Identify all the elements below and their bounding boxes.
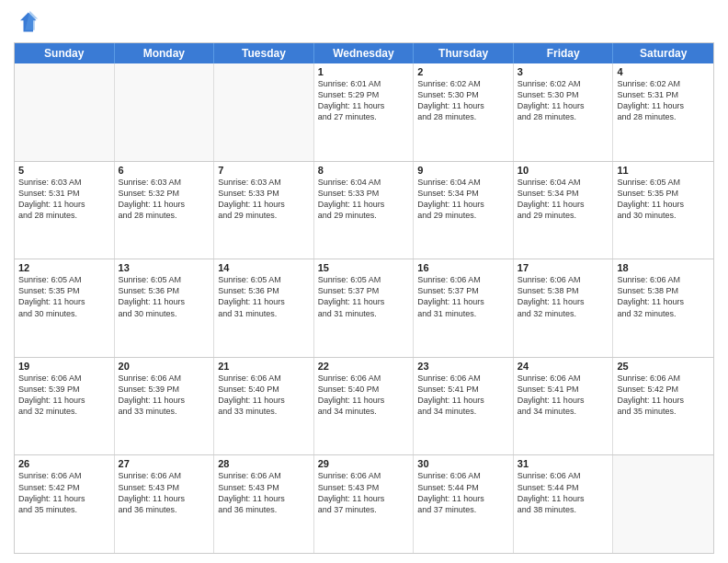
day-info: Sunrise: 6:04 AM Sunset: 5:34 PM Dayligh… [417, 177, 509, 222]
day-cell-9: 9Sunrise: 6:04 AM Sunset: 5:34 PM Daylig… [414, 162, 514, 259]
day-number: 27 [119, 458, 210, 469]
day-cell-5: 5Sunrise: 6:03 AM Sunset: 5:31 PM Daylig… [15, 162, 115, 259]
day-cell-22: 22Sunrise: 6:06 AM Sunset: 5:40 PM Dayli… [314, 358, 415, 455]
day-info: Sunrise: 6:05 AM Sunset: 5:36 PM Dayligh… [119, 274, 210, 319]
calendar-body: 1Sunrise: 6:01 AM Sunset: 5:29 PM Daylig… [15, 63, 713, 553]
week-row-4: 26Sunrise: 6:06 AM Sunset: 5:42 PM Dayli… [15, 455, 713, 553]
day-header-saturday: Saturday [613, 43, 713, 63]
day-info: Sunrise: 6:05 AM Sunset: 5:36 PM Dayligh… [218, 274, 310, 319]
day-info: Sunrise: 6:03 AM Sunset: 5:31 PM Dayligh… [18, 177, 110, 222]
day-number: 24 [518, 361, 609, 372]
day-cell-24: 24Sunrise: 6:06 AM Sunset: 5:41 PM Dayli… [514, 358, 614, 455]
week-row-1: 5Sunrise: 6:03 AM Sunset: 5:31 PM Daylig… [15, 162, 713, 260]
day-number: 14 [218, 262, 310, 273]
day-info: Sunrise: 6:06 AM Sunset: 5:41 PM Dayligh… [417, 373, 509, 418]
week-row-2: 12Sunrise: 6:05 AM Sunset: 5:35 PM Dayli… [15, 259, 713, 358]
day-cell-29: 29Sunrise: 6:06 AM Sunset: 5:43 PM Dayli… [314, 455, 415, 553]
day-header-friday: Friday [514, 43, 614, 63]
day-number: 16 [417, 262, 509, 273]
day-number: 15 [318, 262, 410, 273]
day-number: 31 [518, 458, 609, 469]
day-cell-31: 31Sunrise: 6:06 AM Sunset: 5:44 PM Dayli… [514, 455, 614, 553]
day-cell-empty [15, 63, 115, 161]
day-cell-empty [115, 63, 215, 161]
day-cell-16: 16Sunrise: 6:06 AM Sunset: 5:37 PM Dayli… [414, 259, 514, 357]
day-cell-6: 6Sunrise: 6:03 AM Sunset: 5:32 PM Daylig… [115, 162, 215, 259]
day-info: Sunrise: 6:06 AM Sunset: 5:40 PM Dayligh… [318, 373, 410, 418]
day-cell-3: 3Sunrise: 6:02 AM Sunset: 5:30 PM Daylig… [514, 63, 614, 161]
day-cell-13: 13Sunrise: 6:05 AM Sunset: 5:36 PM Dayli… [115, 259, 215, 357]
day-number: 28 [218, 458, 310, 469]
day-cell-21: 21Sunrise: 6:06 AM Sunset: 5:40 PM Dayli… [214, 358, 314, 455]
day-info: Sunrise: 6:03 AM Sunset: 5:33 PM Dayligh… [218, 177, 310, 222]
day-info: Sunrise: 6:06 AM Sunset: 5:44 PM Dayligh… [518, 470, 609, 515]
day-info: Sunrise: 6:06 AM Sunset: 5:42 PM Dayligh… [617, 373, 710, 418]
day-number: 12 [18, 262, 110, 273]
day-cell-15: 15Sunrise: 6:05 AM Sunset: 5:37 PM Dayli… [314, 259, 415, 357]
day-cell-10: 10Sunrise: 6:04 AM Sunset: 5:34 PM Dayli… [514, 162, 614, 259]
day-cell-20: 20Sunrise: 6:06 AM Sunset: 5:39 PM Dayli… [115, 358, 215, 455]
day-number: 13 [119, 262, 210, 273]
page: SundayMondayTuesdayWednesdayThursdayFrid… [0, 0, 728, 563]
day-cell-empty [613, 455, 713, 553]
day-header-thursday: Thursday [414, 43, 514, 63]
day-number: 23 [417, 361, 509, 372]
calendar: SundayMondayTuesdayWednesdayThursdayFrid… [14, 42, 714, 554]
day-header-sunday: Sunday [15, 43, 115, 63]
day-number: 18 [617, 262, 710, 273]
day-info: Sunrise: 6:05 AM Sunset: 5:35 PM Dayligh… [617, 177, 710, 222]
day-cell-14: 14Sunrise: 6:05 AM Sunset: 5:36 PM Dayli… [214, 259, 314, 357]
day-info: Sunrise: 6:06 AM Sunset: 5:40 PM Dayligh… [218, 373, 310, 418]
day-number: 29 [318, 458, 410, 469]
day-number: 2 [417, 66, 509, 77]
day-number: 4 [617, 66, 710, 77]
day-number: 3 [518, 66, 609, 77]
day-info: Sunrise: 6:06 AM Sunset: 5:38 PM Dayligh… [518, 274, 609, 319]
day-info: Sunrise: 6:03 AM Sunset: 5:32 PM Dayligh… [119, 177, 210, 222]
day-number: 5 [18, 165, 110, 176]
week-row-0: 1Sunrise: 6:01 AM Sunset: 5:29 PM Daylig… [15, 63, 713, 162]
day-cell-7: 7Sunrise: 6:03 AM Sunset: 5:33 PM Daylig… [214, 162, 314, 259]
day-info: Sunrise: 6:05 AM Sunset: 5:37 PM Dayligh… [318, 274, 410, 319]
day-header-tuesday: Tuesday [214, 43, 314, 63]
day-cell-23: 23Sunrise: 6:06 AM Sunset: 5:41 PM Dayli… [414, 358, 514, 455]
day-cell-1: 1Sunrise: 6:01 AM Sunset: 5:29 PM Daylig… [314, 63, 415, 161]
day-info: Sunrise: 6:06 AM Sunset: 5:39 PM Dayligh… [18, 373, 110, 418]
logo-icon [14, 9, 40, 35]
day-number: 22 [318, 361, 410, 372]
day-number: 30 [417, 458, 509, 469]
day-info: Sunrise: 6:06 AM Sunset: 5:43 PM Dayligh… [218, 470, 310, 515]
day-info: Sunrise: 6:06 AM Sunset: 5:39 PM Dayligh… [119, 373, 210, 418]
calendar-header: SundayMondayTuesdayWednesdayThursdayFrid… [15, 43, 713, 63]
day-header-monday: Monday [115, 43, 215, 63]
day-cell-17: 17Sunrise: 6:06 AM Sunset: 5:38 PM Dayli… [514, 259, 614, 357]
header [14, 9, 714, 35]
day-number: 26 [18, 458, 110, 469]
day-number: 25 [617, 361, 710, 372]
day-cell-4: 4Sunrise: 6:02 AM Sunset: 5:31 PM Daylig… [613, 63, 713, 161]
day-number: 19 [18, 361, 110, 372]
day-cell-18: 18Sunrise: 6:06 AM Sunset: 5:38 PM Dayli… [613, 259, 713, 357]
day-cell-8: 8Sunrise: 6:04 AM Sunset: 5:33 PM Daylig… [314, 162, 415, 259]
day-cell-2: 2Sunrise: 6:02 AM Sunset: 5:30 PM Daylig… [414, 63, 514, 161]
day-cell-28: 28Sunrise: 6:06 AM Sunset: 5:43 PM Dayli… [214, 455, 314, 553]
day-info: Sunrise: 6:05 AM Sunset: 5:35 PM Dayligh… [18, 274, 110, 319]
day-number: 7 [218, 165, 310, 176]
day-info: Sunrise: 6:04 AM Sunset: 5:33 PM Dayligh… [318, 177, 410, 222]
day-number: 9 [417, 165, 509, 176]
week-row-3: 19Sunrise: 6:06 AM Sunset: 5:39 PM Dayli… [15, 358, 713, 456]
logo [14, 9, 43, 35]
day-info: Sunrise: 6:06 AM Sunset: 5:42 PM Dayligh… [18, 470, 110, 515]
day-info: Sunrise: 6:06 AM Sunset: 5:43 PM Dayligh… [119, 470, 210, 515]
day-cell-27: 27Sunrise: 6:06 AM Sunset: 5:43 PM Dayli… [115, 455, 215, 553]
day-info: Sunrise: 6:06 AM Sunset: 5:38 PM Dayligh… [617, 274, 710, 319]
day-info: Sunrise: 6:06 AM Sunset: 5:43 PM Dayligh… [318, 470, 410, 515]
day-info: Sunrise: 6:06 AM Sunset: 5:37 PM Dayligh… [417, 274, 509, 319]
day-number: 11 [617, 165, 710, 176]
day-info: Sunrise: 6:04 AM Sunset: 5:34 PM Dayligh… [518, 177, 609, 222]
day-info: Sunrise: 6:02 AM Sunset: 5:30 PM Dayligh… [518, 78, 609, 123]
day-number: 1 [318, 66, 410, 77]
day-header-wednesday: Wednesday [314, 43, 415, 63]
day-info: Sunrise: 6:01 AM Sunset: 5:29 PM Dayligh… [318, 78, 410, 123]
day-cell-11: 11Sunrise: 6:05 AM Sunset: 5:35 PM Dayli… [613, 162, 713, 259]
